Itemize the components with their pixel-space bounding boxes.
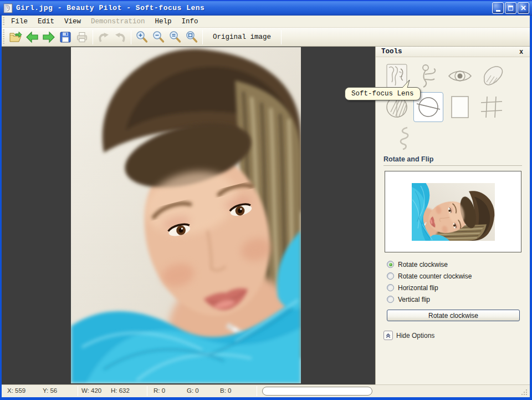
open-folder-icon <box>9 31 22 44</box>
tool-rectangle[interactable] <box>445 92 475 122</box>
toolbar-gripper <box>3 29 4 44</box>
toolbar-separator <box>281 30 282 44</box>
menu-file[interactable]: File <box>6 17 33 27</box>
redo-icon <box>114 31 127 44</box>
close-icon: ✕ <box>520 4 526 12</box>
tool-grid[interactable] <box>477 92 507 122</box>
radio-button-icon <box>387 272 394 280</box>
eye-tool-icon <box>447 63 473 89</box>
back-button[interactable] <box>24 29 40 45</box>
status-separator <box>78 386 78 396</box>
hide-options-link[interactable]: Hide Options <box>383 331 434 340</box>
status-r: R: 0 <box>154 387 165 394</box>
menu-help[interactable]: Help <box>150 17 177 27</box>
zoom-in-button[interactable] <box>134 29 150 45</box>
menu-info[interactable]: Info <box>177 17 203 27</box>
zoom-fit-button[interactable] <box>183 29 200 45</box>
eraser-tool-icon <box>479 63 504 89</box>
grid-tool-icon <box>479 94 504 120</box>
tool-eraser[interactable] <box>477 61 507 91</box>
zoom-out-icon <box>152 31 165 44</box>
undo-icon <box>97 31 110 44</box>
rotate-options: Rotate clockwise Rotate counter clockwis… <box>387 259 472 305</box>
maximize-button[interactable] <box>505 2 516 14</box>
radio-rotate-clockwise[interactable]: Rotate clockwise <box>387 259 472 270</box>
tooltip-text: Soft-focus Lens <box>345 87 421 100</box>
radio-button-icon <box>387 261 394 268</box>
status-x: X: 559 <box>7 387 25 394</box>
tool-curve[interactable] <box>390 123 420 153</box>
tools-panel-header: Tools x <box>376 47 530 57</box>
status-separator <box>147 386 147 396</box>
rotate-preview-box <box>385 171 521 252</box>
tools-panel-title: Tools <box>381 48 402 55</box>
status-bar: X: 559 Y: 56 W: 420 H: 632 R: 0 G: 0 B: … <box>2 384 530 397</box>
redo-button <box>112 29 129 45</box>
open-button[interactable] <box>7 29 24 45</box>
status-g: G: 0 <box>187 387 199 394</box>
toolbar-separator <box>131 30 131 44</box>
status-w: W: 420 <box>81 387 101 394</box>
tooltip-tail <box>402 79 411 88</box>
toolbar-separator <box>202 30 203 44</box>
undo-button <box>95 29 112 45</box>
app-window: Girl.jpg - Beauty Pilot - Soft-focus Len… <box>0 0 532 400</box>
radio-vertical-flip[interactable]: Vertical flip <box>387 293 472 305</box>
tool-eye[interactable] <box>445 61 475 91</box>
radio-label: Horizontal flip <box>398 284 438 292</box>
status-y: Y: 56 <box>43 387 57 394</box>
radio-horizontal-flip[interactable]: Horizontal flip <box>387 282 472 293</box>
progress-bar <box>262 387 372 396</box>
status-h: H: 632 <box>111 387 130 394</box>
status-b: B: 0 <box>220 387 231 394</box>
radio-label: Vertical flip <box>398 296 430 303</box>
app-icon <box>3 3 13 13</box>
forward-button[interactable] <box>40 29 57 45</box>
zoom-actual-size-icon <box>168 31 182 44</box>
radio-rotate-counter-clockwise[interactable]: Rotate counter clockwise <box>387 270 472 282</box>
zoom-actual-button[interactable] <box>167 29 183 45</box>
window-controls: ✕ <box>492 2 529 14</box>
resize-grip[interactable] <box>521 389 528 396</box>
menubar-gripper <box>3 17 4 26</box>
back-arrow-icon <box>25 31 39 44</box>
window-title: Girl.jpg - Beauty Pilot - Soft-focus Len… <box>16 4 492 12</box>
tool-figure[interactable] <box>413 61 443 91</box>
minimize-button[interactable] <box>492 2 504 14</box>
original-image-button[interactable]: Original image <box>205 29 279 45</box>
menu-edit[interactable]: Edit <box>33 17 59 27</box>
close-button[interactable]: ✕ <box>518 2 529 14</box>
tools-panel-close-button[interactable]: x <box>518 48 524 55</box>
hide-options-label: Hide Options <box>396 332 434 340</box>
save-button[interactable] <box>57 29 74 45</box>
photo-girl[interactable] <box>71 47 301 383</box>
window-body: File Edit View Demonstration Help Info <box>0 16 532 400</box>
menu-demonstration: Demonstration <box>86 17 150 27</box>
toolbar: Original image <box>2 28 530 47</box>
radio-button-icon <box>387 296 394 303</box>
curve-tool-icon <box>392 125 417 151</box>
radio-label: Rotate clockwise <box>398 261 448 269</box>
print-icon <box>75 31 89 44</box>
menu-view[interactable]: View <box>59 17 86 27</box>
radio-label: Rotate counter clockwise <box>398 272 472 280</box>
tool-tooltip: Soft-focus Lens <box>345 87 421 100</box>
zoom-in-icon <box>135 31 149 44</box>
save-floppy-icon <box>59 31 72 44</box>
print-button <box>74 29 90 45</box>
menu-bar: File Edit View Demonstration Help Info <box>2 16 530 28</box>
rectangle-tool-icon <box>447 94 473 120</box>
forward-arrow-icon <box>42 31 55 44</box>
chevron-up-icon <box>383 331 393 340</box>
zoom-out-button[interactable] <box>150 29 167 45</box>
rotate-preview-thumbnail <box>412 183 495 241</box>
image-canvas[interactable] <box>2 47 375 384</box>
toolbar-separator <box>93 30 93 44</box>
client-area: Tools x <box>2 47 530 384</box>
rotate-clockwise-button[interactable]: Rotate clockwise <box>387 310 520 321</box>
figure-tool-icon <box>416 63 441 89</box>
minimize-icon <box>496 10 500 12</box>
maximize-icon <box>508 6 513 11</box>
status-separator <box>257 386 257 396</box>
radio-button-icon <box>387 284 394 291</box>
